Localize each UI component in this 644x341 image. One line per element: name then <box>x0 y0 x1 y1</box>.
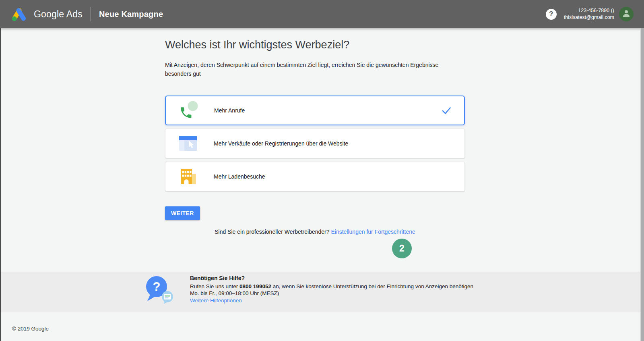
checkmark-icon <box>442 107 451 114</box>
google-ads-logo-icon <box>10 7 27 22</box>
window-left-edge <box>0 28 1 341</box>
account-email: thisisatest@gmail.com <box>564 14 614 21</box>
goal-label: Mehr Verkäufe oder Registrierungen über … <box>214 140 348 147</box>
advanced-prompt: Sind Sie ein professioneller Werbetreibe… <box>215 229 331 235</box>
main-heading: Welches ist Ihr wichtigstes Werbeziel? <box>165 39 349 51</box>
help-call-line: Rufen Sie uns unter 0800 199052 an, wenn… <box>190 283 473 290</box>
copyright: © 2019 Google <box>12 326 49 332</box>
account-phone: 123-456-7890 () <box>564 7 614 14</box>
weiter-button[interactable]: WEITER <box>165 206 200 220</box>
goal-option-list: Mehr Anrufe Mehr Verkäufe oder Registrie… <box>165 96 465 195</box>
help-phone-number: 0800 199052 <box>239 283 271 289</box>
google-ads-brand: Google Ads <box>10 7 83 22</box>
person-icon <box>621 8 631 20</box>
goal-option-mehr-anrufe[interactable]: Mehr Anrufe <box>165 96 465 125</box>
help-chat-bubbles-icon: ? <box>144 275 175 306</box>
phone-call-icon <box>178 101 199 120</box>
more-help-link[interactable]: Weitere Hilfeoptionen <box>190 297 242 304</box>
brand-name: Google Ads <box>34 9 83 20</box>
vertical-scrollbar[interactable] <box>640 28 644 341</box>
website-cursor-icon <box>178 135 198 152</box>
top-app-bar: Google Ads Neue Kampagne ? 123-456-7890 … <box>0 0 644 28</box>
goal-label: Mehr Anrufe <box>214 107 245 114</box>
help-footer-band: ? Benötigen Sie Hilfe? Rufen Sie uns unt… <box>0 272 644 312</box>
goal-option-website[interactable]: Mehr Verkäufe oder Registrierungen über … <box>165 129 465 158</box>
help-title: Benötigen Sie Hilfe? <box>190 275 473 282</box>
svg-text:?: ? <box>153 280 161 294</box>
avatar[interactable] <box>619 7 634 21</box>
advanced-settings-line: Sind Sie ein professioneller Werbetreibe… <box>165 229 465 235</box>
main-subheading: Mit Anzeigen, deren Schwerpunkt auf eine… <box>165 61 447 78</box>
step-2-badge: 2 <box>392 239 412 258</box>
goal-option-ladenbesuche[interactable]: Mehr Ladenbesuche <box>165 162 465 191</box>
header-divider <box>91 7 91 21</box>
goal-label: Mehr Ladenbesuche <box>214 173 265 180</box>
help-icon[interactable]: ? <box>546 9 557 20</box>
advanced-settings-link[interactable]: Einstellungen für Fortgeschrittene <box>331 229 415 235</box>
page-title: Neue Kampagne <box>99 10 163 19</box>
storefront-icon <box>178 167 198 186</box>
help-hours: Mo. bis Fr., 09:00–18:00 Uhr (MESZ) <box>190 290 473 297</box>
account-info: 123-456-7890 () thisisatest@gmail.com <box>564 7 614 21</box>
